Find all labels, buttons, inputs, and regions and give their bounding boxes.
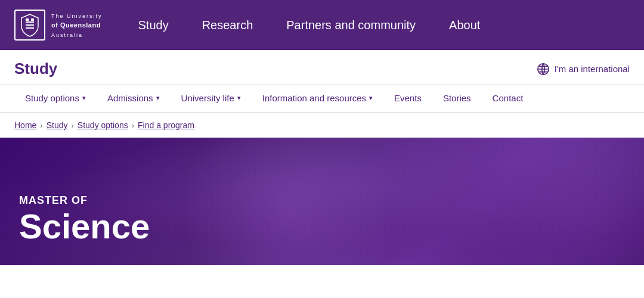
svg-rect-3 — [26, 18, 29, 21]
nav-item-study[interactable]: Study — [122, 0, 185, 50]
svg-rect-2 — [26, 27, 34, 29]
subnav-admissions[interactable]: Admissions ▾ — [97, 85, 171, 113]
breadcrumb-study[interactable]: Study — [47, 120, 68, 130]
svg-rect-0 — [26, 21, 34, 23]
nav-item-about[interactable]: About — [432, 0, 497, 50]
hero-banner: MASTER OF Science — [0, 138, 644, 265]
subnav-contact[interactable]: Contact — [482, 85, 534, 113]
international-link[interactable]: I'm an international — [537, 63, 630, 76]
breadcrumb-home[interactable]: Home — [14, 120, 36, 130]
subnav-stories[interactable]: Stories — [432, 85, 482, 113]
chevron-down-icon: ▾ — [369, 94, 373, 102]
chevron-down-icon: ▾ — [237, 94, 241, 102]
study-page-title: Study — [14, 60, 57, 78]
top-navigation: The University of Queensland Australia S… — [0, 0, 644, 50]
subnav-study-options[interactable]: Study options ▾ — [14, 85, 97, 113]
svg-rect-1 — [26, 24, 34, 26]
breadcrumb: Home › Study › Study options › Find a pr… — [0, 113, 644, 138]
subnav-university-life[interactable]: University life ▾ — [171, 85, 252, 113]
hero-label: MASTER OF — [19, 194, 150, 207]
chevron-down-icon: ▾ — [82, 94, 86, 102]
breadcrumb-sep-3: › — [132, 121, 134, 130]
subnav-events[interactable]: Events — [383, 85, 432, 113]
logo-text: The University of Queensland Australia — [51, 11, 103, 39]
globe-icon — [537, 63, 550, 76]
study-header: Study I'm an international — [0, 50, 644, 85]
hero-text: MASTER OF Science — [19, 194, 150, 244]
hero-title: Science — [19, 209, 150, 244]
nav-item-research[interactable]: Research — [185, 0, 270, 50]
nav-item-partners[interactable]: Partners and community — [270, 0, 432, 50]
main-nav-links: Study Research Partners and community Ab… — [122, 0, 497, 50]
logo-shield — [14, 10, 45, 41]
chevron-down-icon: ▾ — [156, 94, 160, 102]
svg-rect-4 — [31, 18, 34, 21]
breadcrumb-study-options[interactable]: Study options — [78, 120, 128, 130]
logo[interactable]: The University of Queensland Australia — [14, 10, 103, 41]
study-subnav: Study options ▾ Admissions ▾ University … — [0, 85, 644, 113]
subnav-information[interactable]: Information and resources ▾ — [252, 85, 383, 113]
breadcrumb-sep-1: › — [40, 121, 42, 130]
breadcrumb-current: Find a program — [138, 120, 194, 130]
breadcrumb-sep-2: › — [72, 121, 74, 130]
